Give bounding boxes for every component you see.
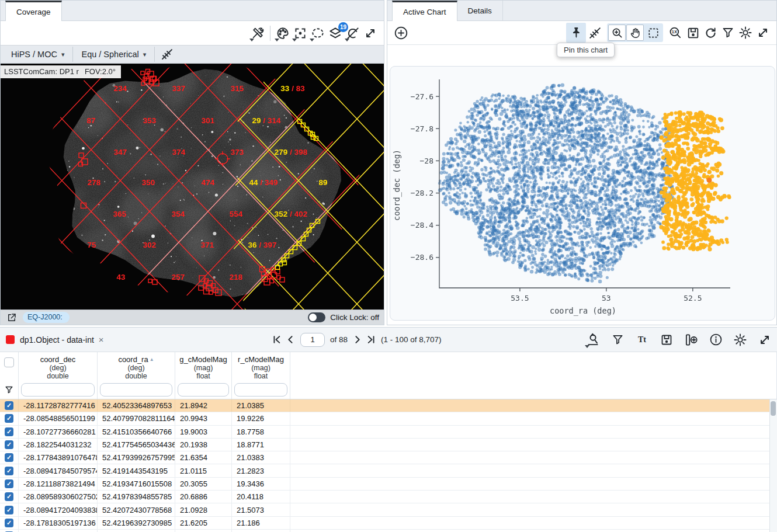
table-save-button[interactable] — [658, 331, 675, 349]
moc-tile-label: 373 — [231, 148, 244, 157]
filter-input-r_cModelMag[interactable] — [234, 383, 287, 397]
row-checkbox[interactable]: ✓ — [5, 492, 13, 501]
recenter-button[interactable] — [292, 25, 309, 42]
page-number-input[interactable]: 1 — [300, 333, 325, 347]
last-page-button[interactable] — [367, 335, 376, 344]
row-checkbox[interactable]: ✓ — [5, 453, 13, 462]
tab-details[interactable]: Details — [457, 1, 503, 20]
row-checkbox[interactable]: ✓ — [5, 519, 13, 527]
tools-button[interactable] — [249, 25, 266, 42]
chevron-down-icon: ▾ — [143, 51, 147, 58]
prev-page-button[interactable] — [286, 335, 295, 344]
zoom-in-button[interactable] — [608, 25, 626, 41]
table-row[interactable]: ✓-28.182254403123252.41775456503443620.1… — [0, 439, 777, 451]
pan-button[interactable] — [626, 25, 644, 41]
expand-table-button[interactable] — [756, 331, 773, 349]
add-chart-button[interactable] — [392, 24, 410, 41]
subtoolbar-divider — [154, 47, 155, 62]
moc-tile-label: 365 — [113, 210, 127, 218]
coverage-tabbar: Coverage — [1, 1, 384, 21]
close-table-icon[interactable]: × — [99, 335, 104, 345]
table-row[interactable]: ✓-28.1072773666028152.4151035664076619.9… — [0, 426, 777, 439]
chart-grid-off-button[interactable] — [586, 24, 603, 41]
sky-image[interactable]: 23433731533 / 838735330129 / 31434737437… — [1, 64, 384, 310]
filter-input-coord_dec[interactable] — [21, 383, 95, 397]
table-cell-empty — [290, 530, 777, 532]
first-page-button[interactable] — [272, 335, 281, 344]
click-lock-toggle[interactable] — [308, 312, 325, 322]
hips-moc-dropdown[interactable]: HiPS / MOC ▾ — [6, 50, 69, 59]
column-header-g_cModelMag[interactable]: g_cModelMag(mag)float — [175, 352, 232, 380]
table-row[interactable]: ✓-28.0854885650119952.40799708281116420.… — [0, 412, 777, 425]
row-checkbox[interactable]: ✓ — [5, 506, 13, 514]
table-row[interactable]: ✓-28.1781830519713652.4219639273098521.6… — [0, 517, 777, 530]
filter-icon — [4, 385, 14, 395]
layers-button[interactable]: 19 — [327, 25, 344, 42]
chart-settings-button[interactable] — [737, 24, 754, 41]
moc-tile-label: 279 / 398 — [275, 148, 308, 157]
table-filter-button[interactable] — [609, 331, 626, 349]
popout-button[interactable] — [5, 311, 18, 324]
scatter-plot[interactable] — [390, 67, 776, 321]
row-checkbox[interactable]: ✓ — [5, 479, 13, 488]
chart-mode-group — [607, 23, 663, 42]
column-header-coord_dec[interactable]: coord_dec(deg)double — [19, 352, 98, 380]
restore-chart-button[interactable] — [702, 24, 719, 41]
filter-toggle-cell[interactable] — [0, 380, 19, 399]
table-cell: 20.1938 — [175, 439, 232, 451]
row-checkbox[interactable]: ✓ — [5, 440, 13, 449]
column-header-r_cModelMag[interactable]: r_cModelMag(mag)float — [232, 352, 290, 380]
sky-image-view[interactable]: 23433731533 / 838735330129 / 31434737437… — [1, 64, 384, 310]
filter-cell-g_cModelMag — [175, 380, 232, 399]
table-info-button[interactable] — [707, 331, 724, 349]
row-checkbox[interactable]: ✓ — [5, 467, 13, 475]
filter-icon — [611, 333, 625, 346]
filter-chart-button[interactable] — [719, 24, 737, 41]
add-column-button[interactable] — [682, 331, 700, 349]
table-row[interactable]: ✓-28.08941784507957452.419144354319521.0… — [0, 464, 777, 477]
table-row[interactable]: ✓-28.17784389107647852.41793992675799521… — [0, 451, 777, 464]
moc-tile-label: 36 / 397 — [248, 241, 277, 249]
table-row[interactable]: ✓-28.08941720409383852.4207243077856821.… — [0, 503, 777, 516]
tab-coverage[interactable]: Coverage — [5, 1, 62, 21]
table-row[interactable]: ✓ — [0, 530, 777, 532]
moc-tile-label: 29 / 314 — [252, 116, 281, 125]
table-row[interactable]: ✓-28.1172878277741652.4052336489765321.8… — [0, 399, 777, 412]
chart-tabbar: Active Chart Details — [387, 1, 776, 21]
table-cell: 21.0383 — [232, 451, 290, 464]
tab-active-chart[interactable]: Active Chart — [392, 1, 457, 21]
row-checkbox-cell: ✓ — [0, 426, 19, 438]
filter-input-coord_ra[interactable] — [100, 383, 172, 397]
expand-icon — [363, 26, 378, 41]
table-scrollbar[interactable] — [769, 399, 777, 532]
select-region-button[interactable] — [309, 25, 327, 42]
save-chart-button[interactable] — [684, 24, 702, 41]
grid-off-icon — [160, 47, 174, 61]
projection-dropdown[interactable]: Equ / Spherical ▾ — [77, 50, 151, 59]
color-settings-button[interactable] — [274, 25, 292, 42]
pin-chart-button[interactable] — [566, 23, 586, 43]
moc-tile-label: 302 — [143, 241, 157, 249]
filter-input-g_cModelMag[interactable] — [178, 383, 229, 397]
column-type: float — [232, 372, 290, 380]
expand-panel-button[interactable] — [362, 25, 379, 42]
table-row[interactable]: ✓-28.1211887382149452.4193471601550820.3… — [0, 478, 777, 491]
dropdown-caret-icon — [275, 39, 279, 41]
row-checkbox[interactable]: ✓ — [5, 414, 13, 423]
next-page-button[interactable] — [353, 335, 362, 344]
select-area-button[interactable] — [644, 25, 662, 41]
table-scrollbar-thumb[interactable] — [771, 401, 776, 416]
row-checkbox[interactable]: ✓ — [5, 427, 13, 436]
column-header-coord_ra[interactable]: coord_ra▲(deg)double — [98, 352, 175, 380]
grid-off-button[interactable] — [158, 46, 176, 63]
table-viewer-button[interactable] — [584, 331, 602, 349]
column-unit: (deg) — [19, 364, 97, 372]
select-all-checkbox[interactable] — [4, 357, 14, 367]
table-text-view-button[interactable]: Tt — [633, 331, 651, 349]
x-axis-title: coord_ra (deg) — [507, 306, 659, 315]
table-row[interactable]: ✓-28.08958930602750252.4197839485578520.… — [0, 491, 777, 503]
row-checkbox[interactable]: ✓ — [5, 401, 13, 410]
expand-chart-button[interactable] — [754, 24, 772, 41]
table-settings-button[interactable] — [731, 331, 749, 349]
zoom-original-button[interactable]: 1X — [667, 24, 684, 41]
